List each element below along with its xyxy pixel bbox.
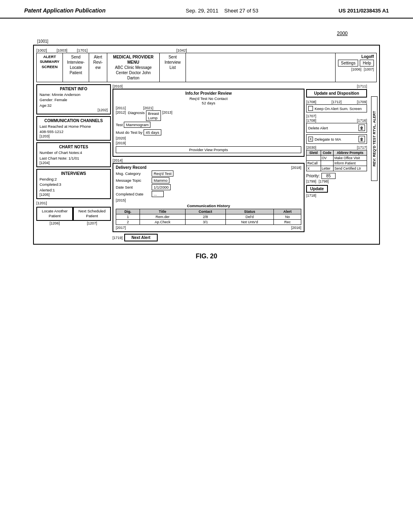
priority-value[interactable]: 85 <box>321 173 336 179</box>
ref-1007: [1007] <box>364 67 374 71</box>
priority-label: Priority: <box>306 174 320 178</box>
help-button[interactable]: Help <box>360 60 374 66</box>
ref-1799: [1799] <box>306 179 316 183</box>
ref-2012: [2012] <box>116 110 126 114</box>
ref-2015: [2015] <box>116 198 301 202</box>
rev-label: REV: REQ'D TEST RTVL. ALERT <box>371 96 378 181</box>
trash-icon[interactable]: 🗑 <box>359 125 365 131</box>
menu-item-alert-summary[interactable]: ALERTSUMMARYSCREEN <box>37 53 63 82</box>
must-days[interactable]: 45 days <box>144 129 161 135</box>
page-header: Patent Application Publication Sep. 29, … <box>0 0 413 19</box>
req-test: Req'd Test No Contact 52 days <box>116 96 301 105</box>
ref-2021: [2021] <box>143 106 153 110</box>
ref-1042: [1042] <box>176 48 187 52</box>
menu-item-alert-review[interactable]: AlertRevi-ew <box>89 53 107 82</box>
ref-1701: [1701] <box>77 48 88 52</box>
must-do-row: Must do Test by 45 days <box>116 129 301 135</box>
next-alert-button[interactable]: Next Alert <box>124 234 158 241</box>
priority-section: Priority: 85 <box>306 173 367 179</box>
update-disposition-button[interactable]: Update and Disposition <box>306 89 367 98</box>
keep-on-alert-checkbox[interactable] <box>308 106 313 111</box>
abbrev-table: Sletd Code Abbrev Prompts OV <box>306 150 367 171</box>
completed-date-label: Completed Date <box>116 192 150 196</box>
ref-1708: [1708] <box>306 100 316 104</box>
interviews-box: INTERVIEWS Pending:2 Completed:3 Alerted… <box>36 169 111 199</box>
msg-category-value[interactable]: Req'd Test <box>152 170 173 177</box>
ref-2014: [2014] <box>113 158 305 162</box>
ref-2020: [2020] <box>116 136 126 140</box>
col-title: Title <box>140 209 185 214</box>
col-dig: Dig. <box>116 209 140 214</box>
menu-item-medical-provider[interactable]: MEDICAL PROVIDERMENU ABC Clinic MessageC… <box>107 53 160 82</box>
diagram-wrapper: 2000 [1001] [1002] [1003] [1701] [1042] … <box>33 31 380 260</box>
logoff-button[interactable]: Logoff <box>338 54 374 59</box>
dr-title-row: Delivery Record [2018] <box>116 165 301 170</box>
update-button[interactable]: Update <box>306 185 328 193</box>
keep-on-alert-box: Keep On Alert Sum. Screen <box>306 104 367 112</box>
abbrev-col-code: Code <box>321 150 333 156</box>
test-label: Test <box>116 123 123 127</box>
patient-age: Age:32 <box>40 103 108 108</box>
ref-2018: [2018] <box>291 166 301 170</box>
ref-1719: [1719] <box>113 236 123 240</box>
delegate-x-button[interactable]: X <box>308 137 313 141</box>
info-provider-box: Info.for Provider Review Req'd Test No C… <box>113 89 305 157</box>
menu-item-sent-interview[interactable]: SentInterviewList <box>160 53 186 82</box>
patient-name: Name: Minnie Anderson <box>40 92 108 97</box>
delegate-icon[interactable]: 🗑 <box>359 136 365 142</box>
delegate-row: X Delegate to MA 🗑 <box>306 134 367 144</box>
abbrev-col-sletd: Sletd <box>307 150 321 156</box>
locate-another-button[interactable]: Locate Another Patient <box>36 207 73 221</box>
next-scheduled-button[interactable]: Next Scheduled Patient <box>73 207 111 221</box>
menu-item-send-interview[interactable]: SendInterview-LocatePatient <box>63 53 89 82</box>
test-row: Test Mammogram <box>116 122 301 128</box>
ref-1003: [1003] <box>56 48 67 52</box>
must-do-label: Must do Test by <box>116 130 142 135</box>
ref-1717: [1717] <box>357 145 367 150</box>
comm-history-title: Communication History <box>116 204 301 208</box>
abbrev-row: ReCall Inform Patient <box>307 161 367 166</box>
patent-number: US 2011/0238435 A1 <box>338 8 389 14</box>
diagram-main: [1001] [1002] [1003] [1701] [1042] ALERT… <box>33 45 380 245</box>
abbrev-row: X Letter Send Certified Ltr <box>307 166 367 171</box>
ref-2016: [2016] <box>291 226 301 230</box>
comm-reached: Last Reached at Home Phone <box>40 124 108 129</box>
interviews-completed: Completed:3 <box>40 182 108 187</box>
table-row: 2 Ap.Check 3/1 Not Untv'd Rec <box>116 220 301 225</box>
completed-date-value[interactable]: ... <box>152 191 164 197</box>
ref-1002: [1002] <box>36 48 47 52</box>
diagnosis-value[interactable]: Breast Lump <box>146 110 161 121</box>
interviews-pending: Pending:2 <box>40 177 108 182</box>
ref-2000: 2000 <box>337 31 348 36</box>
menu-spacer <box>186 53 336 82</box>
patient-info-box: PATIENT INFO Name: Minnie Anderson Gende… <box>36 84 111 114</box>
body-layout: PATIENT INFO Name: Minnie Anderson Gende… <box>36 84 377 241</box>
next-alert-row: [1719] Next Alert <box>113 234 305 241</box>
comm-phone: 408-555-1212 <box>40 129 108 134</box>
patient-info-title: PATIENT INFO <box>40 87 108 91</box>
abbrev-row: OV Make Office Visit <box>307 156 367 161</box>
ref-1205: [1205] <box>40 193 108 197</box>
patient-info-content: Name: Minnie Anderson Gender: Female Age… <box>40 92 108 108</box>
date-sent-value[interactable]: 1/1/2000 <box>152 184 171 190</box>
completed-date-row: Completed Date ... <box>116 191 301 197</box>
table-refs: [2017] [2016] <box>116 226 301 230</box>
menu-bar: ALERTSUMMARYSCREEN SendInterview-LocateP… <box>36 53 377 82</box>
delivery-record-title: Delivery Record <box>116 165 146 170</box>
ref-2019: [2019] <box>116 141 301 145</box>
ref-1204: [1204] <box>40 161 108 165</box>
msg-category-label: Msg. Category <box>116 171 150 176</box>
ref-1712: [1712] <box>332 100 342 104</box>
settings-button[interactable]: Settings <box>338 60 358 66</box>
interviews-alerted: Alerted:1 <box>40 187 108 193</box>
provider-prompts-button[interactable]: Provider View Prompts <box>116 146 301 153</box>
ref-2030: [2030] <box>306 145 316 150</box>
interviews-title: INTERVIEWS <box>40 171 108 176</box>
ref-2011: [2011] <box>116 106 126 110</box>
col-contact: Contact <box>186 209 226 214</box>
test-value[interactable]: Mammogram <box>124 122 150 128</box>
msg-topic-value[interactable]: Mammo <box>152 177 169 183</box>
ref-1707: [1707] <box>306 114 367 118</box>
chart-content: Number of Chart Notes:4 Last Chart Note:… <box>40 150 108 161</box>
chart-notes-box: CHART NOTES Number of Chart Notes:4 Last… <box>36 142 111 167</box>
